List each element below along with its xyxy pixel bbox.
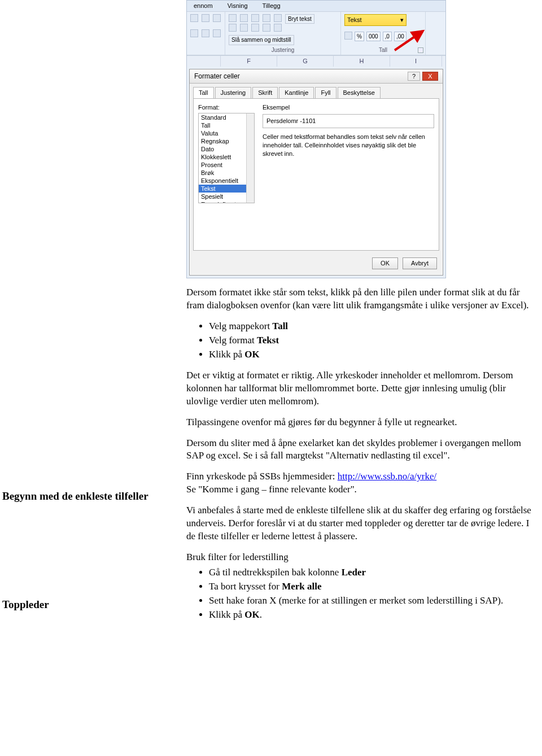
merge-center-button[interactable]: Slå sammen og midtstill [229,35,294,45]
left-spacer [2,5,169,484]
dialog-ok-button[interactable]: OK [372,257,398,269]
listbox-scrollbar[interactable] [246,113,254,203]
ribbon-tab[interactable]: Tillegg [263,2,281,10]
paragraph: Finn yrkeskode på SSBs hjemmesider: http… [186,470,537,496]
paragraph: Dersom du sliter med å åpne exelarket ka… [186,437,537,463]
ribbon-group-tall: Tekst ▾ % 000 ,0 ,00 Tall [341,12,426,55]
side-heading-toppleder: Toppleder [2,597,169,612]
excel-screenshot: ennom Visning Tillegg [186,0,446,278]
sample-label: Eksempel [263,103,434,112]
ribbon-group-font [187,12,225,55]
align-icon[interactable] [263,14,270,22]
list-item: Velg format Tekst [209,334,537,347]
list-item: Ta bort krysset for Merk alle [209,580,537,593]
font-icon[interactable] [202,14,209,22]
ribbon-tab[interactable]: Visning [228,2,248,10]
group-label-tall: Tall [344,46,422,54]
thousands-button[interactable]: 000 [366,32,381,42]
dialog-tab-justering[interactable]: Justering [215,87,252,98]
list-item: Klikk på OK [209,348,537,361]
decimal-inc-button[interactable]: ,0 [383,32,392,42]
bullet-list: Velg mappekort Tall Velg format Tekst Kl… [209,320,537,361]
align-icon[interactable] [251,24,259,32]
font-icon[interactable] [202,29,209,37]
dialog-close-button[interactable]: X [422,72,438,81]
ssb-yrke-link[interactable]: http://www.ssb.no/a/yrke/ [338,471,437,482]
percent-button[interactable]: % [355,32,364,42]
sheet-column-headers: F G H I [187,55,445,67]
format-list-label: Format: [198,103,255,112]
font-icon[interactable] [190,29,198,37]
indent-icon[interactable] [263,24,270,32]
wrap-text-button[interactable]: Bryt tekst [285,14,314,24]
decimal-dec-button[interactable]: ,00 [394,32,406,42]
ribbon-tab[interactable]: ennom [194,2,213,10]
list-item: Gå til nedtrekkspilen bak kolonne Leder [209,566,537,579]
align-icon[interactable] [229,24,237,32]
paragraph: Det er viktig at formatet er riktig. All… [186,369,537,408]
sample-value: Persdelomr -1101 [263,114,434,128]
paragraph: Bruk filter for lederstilling [186,551,537,564]
format-cells-dialog: Formater celler ? X Tall Justering Skrif… [189,69,443,276]
font-icon[interactable] [213,14,221,22]
list-item: Velg mappekort Tall [209,320,537,333]
dialog-tab-skrift[interactable]: Skrift [252,87,278,98]
chevron-down-icon: ▾ [400,16,404,24]
dialog-tab-kantlinje[interactable]: Kantlinje [279,87,314,98]
paragraph: Tilpassingene ovenfor må gjøres før du b… [186,416,537,429]
currency-icon[interactable] [344,32,352,40]
col-header[interactable]: H [334,56,390,67]
dialog-tab-strip: Tall Justering Skrift Kantlinje Fyll Bes… [190,84,443,98]
dialog-cancel-button[interactable]: Avbryt [403,257,437,269]
paragraph: Vi anbefales å starte med de enkleste ti… [186,504,537,543]
ribbon-tab-strip: ennom Visning Tillegg [187,1,445,12]
font-icon[interactable] [213,29,221,37]
left-margin-column: Begynn med de enkleste tilfeller Toppled… [0,0,169,630]
ribbon-group-justering: Bryt tekst Slå sammen og midtstill Juste… [225,12,341,55]
dialog-title: Formater celler [194,72,240,81]
indent-icon[interactable] [274,24,282,32]
font-icon[interactable] [190,14,198,22]
group-label-justering: Justering [229,46,337,54]
format-listbox[interactable]: Standard Tall Valuta Regnskap Dato Klokk… [198,113,255,203]
col-header[interactable]: I [390,56,442,67]
bullet-list: Gå til nedtrekkspilen bak kolonne Leder … [209,566,537,622]
align-icon[interactable] [274,14,282,22]
number-format-value: Tekst [347,16,362,24]
paragraph: Dersom formatet ikke står som tekst, kli… [186,286,537,312]
dialog-help-button[interactable]: ? [408,72,420,81]
col-header[interactable]: G [277,56,334,67]
align-icon[interactable] [240,14,248,22]
dialog-launcher-icon[interactable] [418,47,423,53]
side-heading-begynn: Begynn med de enkleste tilfeller [2,489,169,504]
main-content-column: ennom Visning Tillegg [186,0,542,630]
align-icon[interactable] [240,24,248,32]
dialog-tab-beskyttelse[interactable]: Beskyttelse [338,87,381,98]
col-header[interactable]: F [221,56,277,67]
number-format-dropdown[interactable]: Tekst ▾ [344,14,406,26]
list-item: Sett hake foran X (merke for at stilling… [209,595,537,608]
format-note: Celler med tekstformat behandles som tek… [263,133,434,158]
list-item: Klikk på OK. [209,609,537,622]
dialog-tab-fyll[interactable]: Fyll [315,87,336,98]
align-icon[interactable] [251,14,259,22]
align-icon[interactable] [229,14,237,22]
dialog-tab-tall[interactable]: Tall [193,87,214,98]
